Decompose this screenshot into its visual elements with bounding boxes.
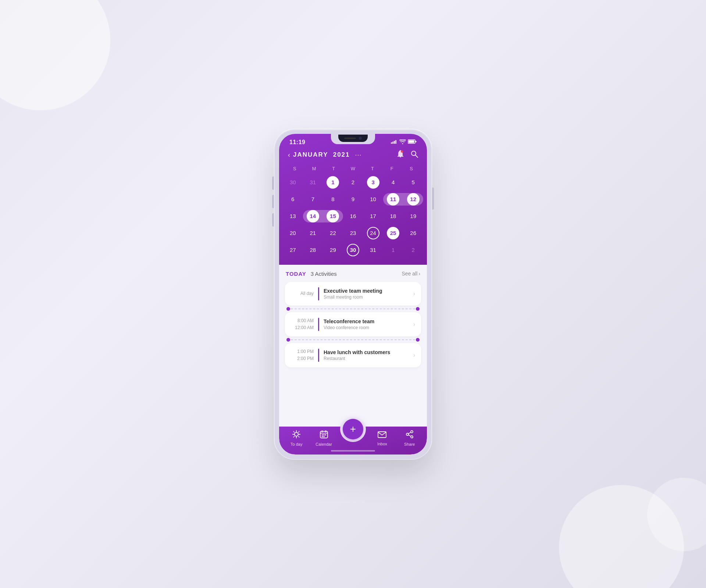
dot-right-1 bbox=[416, 307, 420, 311]
calendar-more-icon[interactable]: ··· bbox=[355, 151, 362, 159]
svg-point-31 bbox=[411, 436, 413, 438]
day-header-wed: W bbox=[343, 164, 363, 173]
see-all-button[interactable]: See all › bbox=[402, 271, 420, 277]
cal-day-6[interactable]: 6 bbox=[283, 191, 303, 207]
svg-point-7 bbox=[401, 150, 403, 153]
cal-day-7[interactable]: 7 bbox=[303, 191, 323, 207]
cal-day-27[interactable]: 27 bbox=[283, 242, 303, 258]
chevron-left-icon: ‹ bbox=[288, 151, 290, 159]
cal-day-12[interactable]: 12 bbox=[403, 191, 423, 207]
cal-day-1-next[interactable]: 1 bbox=[383, 242, 403, 258]
cal-day-16[interactable]: 16 bbox=[343, 208, 363, 224]
event-card-3[interactable]: 1:00 PM 2:00 PM Have lunch with customer… bbox=[285, 343, 421, 367]
cal-day-10[interactable]: 10 bbox=[363, 191, 383, 207]
cal-day-19[interactable]: 19 bbox=[403, 208, 423, 224]
nav-item-today[interactable]: To day bbox=[285, 430, 307, 446]
add-event-fab[interactable]: + bbox=[343, 419, 363, 439]
phone-screen: 11:19 bbox=[279, 134, 427, 455]
nav-item-calendar[interactable]: Calendar bbox=[313, 430, 335, 446]
svg-line-17 bbox=[298, 431, 299, 432]
signal-icon bbox=[391, 139, 397, 145]
cal-day-18[interactable]: 18 bbox=[383, 208, 403, 224]
see-all-arrow-icon: › bbox=[418, 271, 420, 277]
cal-day-20[interactable]: 20 bbox=[283, 225, 303, 241]
activities-left: TODAY 3 Activities bbox=[286, 271, 337, 277]
cal-day-11[interactable]: 11 bbox=[383, 191, 403, 207]
day-header-mon: M bbox=[304, 164, 324, 173]
bg-decoration-tl bbox=[0, 0, 110, 110]
today-nav-label: To day bbox=[290, 442, 302, 446]
calendar-prev-button[interactable]: ‹ JANUARY 2021 ··· bbox=[288, 151, 362, 159]
cal-day-3[interactable]: 3 bbox=[363, 174, 383, 190]
event-1-divider bbox=[318, 287, 319, 300]
event-2-divider bbox=[318, 318, 319, 331]
activities-section: TODAY 3 Activities See all › All day Exe… bbox=[279, 265, 427, 427]
svg-point-8 bbox=[411, 151, 416, 156]
phone-notch bbox=[331, 134, 375, 144]
event-3-time: 1:00 PM 2:00 PM bbox=[291, 348, 314, 362]
cal-day-2-next[interactable]: 2 bbox=[403, 242, 423, 258]
activities-header: TODAY 3 Activities See all › bbox=[285, 271, 421, 277]
cal-day-9[interactable]: 9 bbox=[343, 191, 363, 207]
status-icons bbox=[391, 139, 417, 145]
activities-count: 3 Activities bbox=[311, 271, 337, 277]
dotted-line-1 bbox=[291, 309, 415, 309]
svg-line-9 bbox=[416, 155, 418, 157]
cal-day-29[interactable]: 29 bbox=[323, 242, 343, 258]
cal-day-14[interactable]: 14 bbox=[303, 208, 323, 224]
cal-day-25[interactable]: 25 bbox=[383, 225, 403, 241]
event-3-arrow-icon: › bbox=[413, 352, 415, 359]
event-3-title: Have lunch with customers bbox=[324, 349, 409, 355]
event-1-time: All day bbox=[291, 290, 314, 297]
event-2-title: Teleconference team bbox=[324, 318, 409, 324]
day-header-sat: S bbox=[402, 164, 421, 173]
event-2-time: 8:00 AM 12:00 AM bbox=[291, 317, 314, 331]
calendar-nav-icon bbox=[320, 430, 328, 441]
cal-day-24[interactable]: 24 bbox=[363, 225, 383, 241]
cal-day-4[interactable]: 4 bbox=[383, 174, 403, 190]
cal-day-30-prev[interactable]: 30 bbox=[283, 174, 303, 190]
event-1-arrow-icon: › bbox=[413, 291, 415, 297]
svg-line-16 bbox=[298, 436, 299, 437]
home-indicator bbox=[331, 450, 375, 452]
svg-rect-1 bbox=[392, 142, 393, 144]
svg-line-32 bbox=[408, 432, 411, 434]
notification-icon[interactable] bbox=[397, 150, 404, 160]
cal-day-17[interactable]: 17 bbox=[363, 208, 383, 224]
event-3-info: Have lunch with customers Restaurant bbox=[324, 349, 409, 361]
cal-day-21[interactable]: 21 bbox=[303, 225, 323, 241]
event-card-1[interactable]: All day Executive team meeting Small mee… bbox=[285, 282, 421, 306]
notch-camera bbox=[359, 137, 362, 140]
svg-rect-3 bbox=[395, 140, 396, 144]
month-year-label: JANUARY 2021 bbox=[293, 151, 350, 158]
cal-day-2[interactable]: 2 bbox=[343, 174, 363, 190]
cal-day-30[interactable]: 30 bbox=[343, 242, 363, 258]
phone-frame: 11:19 bbox=[274, 129, 432, 460]
cal-day-31[interactable]: 31 bbox=[363, 242, 383, 258]
nav-item-share[interactable]: Share bbox=[399, 430, 421, 446]
cal-day-23[interactable]: 23 bbox=[343, 225, 363, 241]
cal-day-8[interactable]: 8 bbox=[323, 191, 343, 207]
dotted-separator-2 bbox=[285, 338, 421, 342]
svg-point-29 bbox=[411, 431, 413, 433]
svg-rect-23 bbox=[322, 434, 323, 435]
cal-day-15[interactable]: 15 bbox=[323, 208, 343, 224]
cal-day-13[interactable]: 13 bbox=[283, 208, 303, 224]
nav-item-inbox[interactable]: Inbox bbox=[371, 431, 393, 446]
dotted-line-2 bbox=[291, 339, 415, 340]
notch-speaker bbox=[344, 138, 356, 139]
cal-day-31-prev[interactable]: 31 bbox=[303, 174, 323, 190]
cal-day-1[interactable]: 1 bbox=[323, 174, 343, 190]
cal-day-28[interactable]: 28 bbox=[303, 242, 323, 258]
status-time: 11:19 bbox=[289, 139, 305, 146]
svg-line-18 bbox=[293, 436, 295, 437]
svg-line-15 bbox=[293, 431, 295, 432]
cal-day-26[interactable]: 26 bbox=[403, 225, 423, 241]
event-card-2[interactable]: 8:00 AM 12:00 AM Teleconference team Vid… bbox=[285, 312, 421, 336]
search-icon[interactable] bbox=[411, 150, 418, 160]
plus-icon: + bbox=[350, 424, 356, 434]
calendar-header: ‹ JANUARY 2021 ··· bbox=[279, 149, 427, 164]
cal-day-22[interactable]: 22 bbox=[323, 225, 343, 241]
svg-point-10 bbox=[295, 432, 298, 436]
cal-day-5[interactable]: 5 bbox=[403, 174, 423, 190]
